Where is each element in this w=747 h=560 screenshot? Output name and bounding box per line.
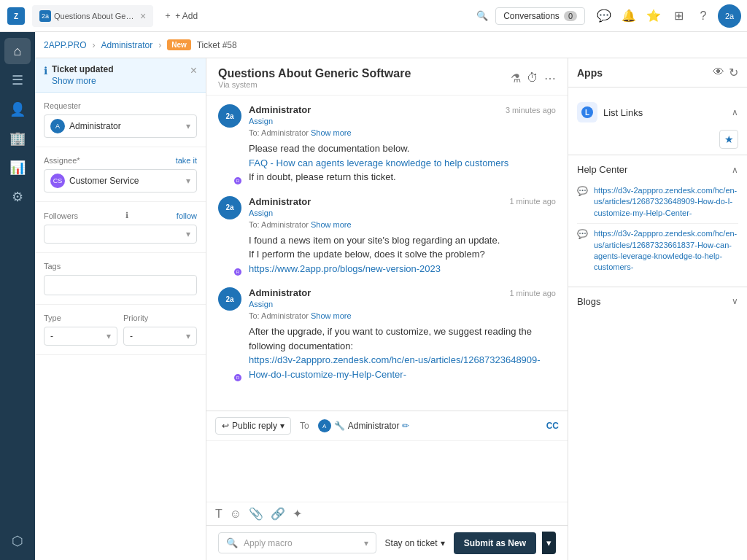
msg2-blog-link[interactable]: https://www.2app.pro/blogs/new-version-2…: [249, 263, 441, 274]
msg2-show-more[interactable]: Show more: [311, 220, 352, 229]
attachment-icon[interactable]: 📎: [249, 507, 263, 521]
nav-admin-icon[interactable]: ⚙: [4, 184, 31, 210]
reply-to-avatar: A: [318, 419, 331, 432]
ticket-tab[interactable]: 2a Questions About Generi... #58 ×: [32, 5, 153, 27]
history-icon[interactable]: ⏱: [527, 71, 538, 85]
take-it-link[interactable]: take it: [176, 156, 197, 165]
grid-icon[interactable]: ⊞: [668, 6, 689, 26]
nav-contacts-icon[interactable]: 👤: [4, 96, 31, 122]
msg2-body: Administrator 1 minute ago Assign To: Ad…: [249, 196, 556, 276]
apps-title: Apps: [577, 67, 603, 79]
followers-label: Followers ℹ follow: [44, 211, 197, 220]
svg-text:Z: Z: [14, 12, 18, 20]
tags-input[interactable]: [44, 275, 197, 295]
refresh-icon[interactable]: ↻: [729, 66, 738, 79]
list-links-chevron-icon: ∧: [732, 107, 738, 117]
list-links-header[interactable]: L List Links ∧: [577, 99, 738, 125]
breadcrumb-ticket: Ticket #58: [197, 40, 237, 50]
msg1-assign[interactable]: Assign: [249, 117, 556, 125]
help-center-header[interactable]: Help Center ∧: [577, 161, 738, 178]
reply-chevron-icon: ▾: [280, 421, 285, 431]
submit-chevron-button[interactable]: ▾: [542, 532, 556, 554]
bottom-bar: 🔍 Apply macro ▾ Stay on ticket ▾ Submit …: [206, 525, 568, 560]
more-options-icon[interactable]: ⋯: [544, 71, 556, 85]
msg1-header: Administrator 3 minutes ago: [249, 104, 556, 115]
msg2-assign[interactable]: Assign: [249, 209, 556, 217]
stay-on-ticket-button[interactable]: Stay on ticket ▾: [385, 538, 445, 548]
nav-apps-icon[interactable]: ⬡: [4, 528, 31, 554]
left-nav: ⌂ ☰ 👤 🏢 📊 ⚙ ⬡: [0, 32, 35, 560]
followers-select[interactable]: ▾: [44, 225, 197, 244]
msg1-show-more[interactable]: Show more: [311, 128, 352, 137]
reply-arrow-icon: ↩: [222, 421, 229, 431]
star-icon[interactable]: ⭐: [643, 6, 664, 26]
followers-info-icon: ℹ: [125, 211, 128, 220]
tab-close-icon[interactable]: ×: [140, 10, 146, 22]
requester-select[interactable]: A Administrator ▾: [44, 114, 197, 138]
text-format-icon[interactable]: T: [215, 508, 222, 521]
emoji-icon[interactable]: ☺: [230, 508, 241, 521]
chat-icon[interactable]: 💬: [594, 6, 614, 26]
reply-to-edit-icon[interactable]: ✏: [402, 421, 409, 431]
reply-textarea[interactable]: [206, 441, 568, 499]
help-link-item[interactable]: 💬 https://d3v-2apppro.zendesk.com/hc/en-…: [577, 181, 738, 224]
help-icon[interactable]: ?: [693, 6, 713, 26]
search-icon[interactable]: 🔍: [472, 6, 492, 26]
nav-home-icon[interactable]: ⌂: [4, 38, 31, 64]
blogs-header[interactable]: Blogs ∨: [577, 293, 738, 310]
submit-button[interactable]: Submit as New: [454, 532, 536, 554]
type-label: Type: [44, 314, 117, 322]
type-select[interactable]: - ▾: [44, 327, 117, 346]
msg1-faq-link[interactable]: FAQ - How can agents leverage knowledge …: [249, 158, 508, 168]
help-link-item[interactable]: 💬 https://d3v-2apppro.zendesk.com/hc/en-…: [577, 224, 738, 278]
conversation-via: Via system: [218, 80, 411, 89]
msg2-time: 1 minute ago: [509, 197, 556, 206]
msg3-text: After the upgrade, if you want to custom…: [249, 324, 556, 381]
cc-button[interactable]: CC: [546, 421, 559, 431]
macro-placeholder: Apply macro: [244, 538, 358, 548]
nav-views-icon[interactable]: ☰: [4, 67, 31, 93]
msg3-badge-icon: R: [234, 374, 241, 381]
macro-input[interactable]: 🔍 Apply macro ▾: [218, 532, 376, 553]
follow-link[interactable]: follow: [177, 211, 197, 220]
panel-header-icons: 👁 ↻: [713, 66, 738, 79]
nav-reports-icon[interactable]: 📊: [4, 155, 31, 181]
blogs-title: Blogs: [577, 296, 601, 307]
star-button[interactable]: ★: [719, 130, 738, 149]
nav-organizations-icon[interactable]: 🏢: [4, 125, 31, 152]
followers-chevron-icon: ▾: [186, 229, 190, 239]
breadcrumb-user[interactable]: Administrator: [101, 40, 152, 50]
msg1-body: Administrator 3 minutes ago Assign To: A…: [249, 104, 556, 184]
msg3-body: Administrator 1 minute ago Assign To: Ad…: [249, 287, 556, 381]
notification-close-icon[interactable]: ×: [190, 64, 197, 77]
svg-text:L: L: [585, 109, 589, 117]
add-button[interactable]: ＋ + Add: [156, 7, 205, 25]
conversation-header: Questions About Generic Software Via sys…: [206, 58, 568, 96]
topbar-actions: 💬 🔔 ⭐ ⊞ ? 2a: [594, 4, 741, 28]
help-center-section: Help Center ∧ 💬 https://d3v-2apppro.zend…: [568, 155, 747, 287]
filter-icon[interactable]: ⚗: [511, 71, 521, 85]
tags-label: Tags: [44, 262, 197, 271]
requester-section: Requester A Administrator ▾: [35, 93, 206, 147]
assignee-select[interactable]: CS Customer Service ▾: [44, 169, 197, 192]
msg3-show-more[interactable]: Show more: [311, 311, 352, 320]
app-logo[interactable]: Z: [6, 6, 26, 26]
bell-icon[interactable]: 🔔: [619, 6, 639, 26]
stay-chevron-icon: ▾: [441, 538, 445, 548]
ai-icon[interactable]: ✦: [293, 507, 302, 521]
notification-bar: ℹ Ticket updated Show more ×: [35, 58, 206, 93]
content-area: 2APP.PRO › Administrator › New Ticket #5…: [35, 32, 747, 560]
link-icon[interactable]: 🔗: [271, 507, 285, 521]
priority-select[interactable]: - ▾: [123, 327, 197, 346]
show-more-link[interactable]: Show more: [52, 76, 113, 86]
user-avatar[interactable]: 2a: [718, 4, 741, 28]
msg3-doc-link[interactable]: https://d3v-2apppro.zendesk.com/hc/en-us…: [249, 354, 541, 380]
msg2-avatar: 2a: [218, 196, 241, 219]
conversations-button[interactable]: Conversations 0: [495, 7, 585, 25]
public-reply-button[interactable]: ↩ Public reply ▾: [215, 417, 291, 435]
breadcrumb-org[interactable]: 2APP.PRO: [44, 40, 86, 50]
msg2-avatar-badge: R: [233, 267, 243, 277]
msg3-assign[interactable]: Assign: [249, 300, 556, 308]
eye-icon[interactable]: 👁: [713, 66, 724, 79]
msg2-avatar-wrap: 2a R: [218, 196, 241, 276]
